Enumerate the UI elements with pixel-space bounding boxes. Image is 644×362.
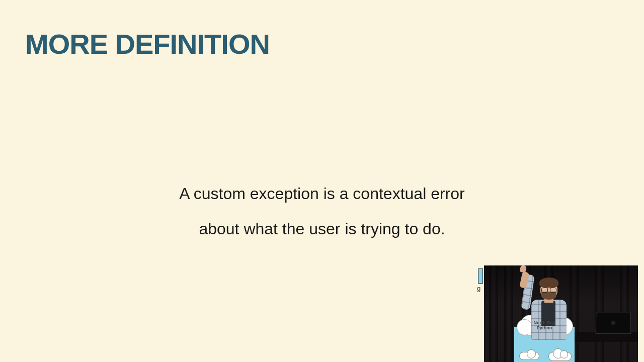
pip-sliver-char: g (477, 285, 480, 292)
podium-label-line-2: Python (537, 325, 552, 330)
podium-label-line-1: North Bay (533, 320, 555, 325)
speaker-figure (526, 270, 572, 346)
glasses-icon (541, 288, 556, 292)
slide-body: A custom exception is a contextual error… (0, 176, 644, 247)
slide-body-line-1: A custom exception is a contextual error (0, 176, 644, 211)
pip-sliver-tab (478, 268, 483, 284)
cloud-icon (519, 352, 539, 360)
pip-background-sliver: g (477, 265, 484, 362)
cloud-icon (548, 352, 572, 361)
laptop-icon (596, 312, 631, 334)
speaker-video-pip: g North Bay Python (477, 265, 638, 362)
slide-body-line-2: about what the user is trying to do. (0, 211, 644, 246)
slide-title: MORE DEFINITION (25, 28, 270, 60)
